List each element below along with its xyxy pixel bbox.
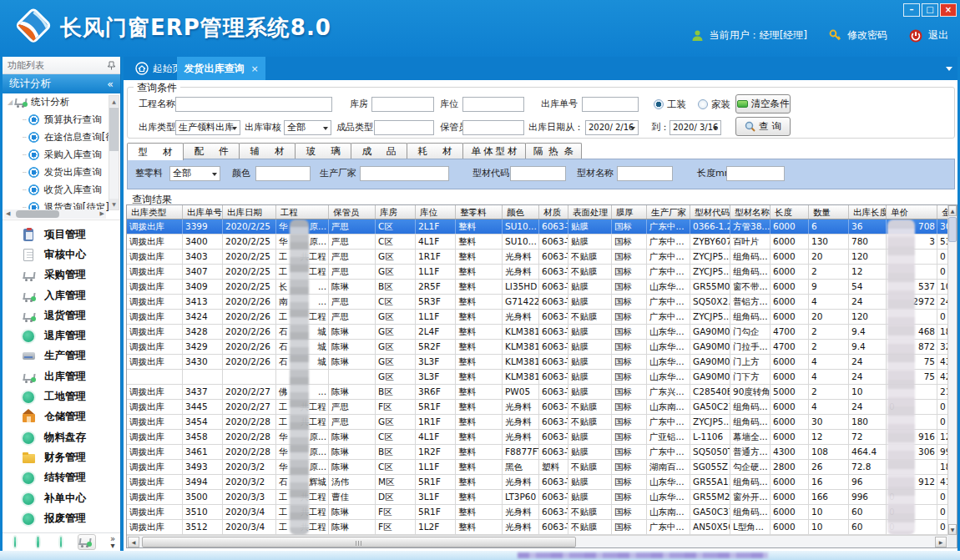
sidebar-item-green-circle[interactable]: 结转管理 xyxy=(3,468,120,488)
project-name-input[interactable] xyxy=(175,97,332,112)
column-header[interactable]: 数量 xyxy=(809,205,849,219)
grid-horizontal-scrollbar[interactable]: ◀▶ xyxy=(127,535,947,547)
sidebar-item-cart[interactable]: 采购管理 xyxy=(3,265,120,285)
minimize-button[interactable]: – xyxy=(903,3,920,17)
table-row[interactable]: 调拨出库34132020/2/26南...严思C区5R3F整料G71422606… xyxy=(127,295,947,310)
tree-vertical-scrollbar[interactable]: ▲▼ xyxy=(109,95,119,210)
sidebar-item-machine[interactable]: 生产管理 xyxy=(3,346,120,366)
column-header[interactable]: 型材代码 xyxy=(690,205,730,219)
column-header[interactable]: 材质 xyxy=(539,205,568,219)
column-header[interactable]: 出库长度 xyxy=(849,205,887,219)
date-from-picker[interactable]: 2020/ 2/16 xyxy=(585,120,639,135)
column-header[interactable]: 出库单号 xyxy=(183,205,223,219)
table-row[interactable]: 调拨出库34302020/2/26石城陈琳G区3L3F整料KLM38176063… xyxy=(127,355,947,370)
column-header[interactable]: 金额 xyxy=(937,205,947,219)
sidebar-item-clipboard[interactable]: 项目管理 xyxy=(3,225,120,245)
collapse-icon[interactable]: « xyxy=(107,78,114,90)
table-row[interactable]: 调拨出库34932020/3/2华原...陈琳C区1L1F整料黑色塑料不贴膜国标… xyxy=(127,460,947,475)
column-header[interactable]: 库位 xyxy=(416,205,456,219)
cart-button[interactable] xyxy=(78,534,96,550)
material-tab[interactable]: 型材 xyxy=(127,143,184,160)
clear-conditions-button[interactable]: 清空条件 xyxy=(735,94,791,114)
sidebar-section-header[interactable]: 统计分析 « xyxy=(3,74,120,93)
column-header[interactable]: 工程 xyxy=(276,205,329,219)
table-row[interactable]: 调拨出库34582020/2/28华原...陈琳C区4L1F整料光身料6063-… xyxy=(127,430,947,445)
table-row[interactable]: 调拨出库34002020/2/25华原...严思C区4L1F整料SU10...6… xyxy=(127,235,947,250)
search-button[interactable]: 查 询 xyxy=(735,117,791,136)
factory-input[interactable] xyxy=(360,166,449,181)
sidebar-item-green-circle[interactable]: 物料盘存 xyxy=(3,427,120,447)
sidebar-item-green-circle[interactable]: 退库管理 xyxy=(3,325,120,346)
audit-select[interactable]: 全部 xyxy=(284,120,331,135)
material-tab[interactable]: 成品 xyxy=(351,143,407,159)
table-row[interactable]: 调拨出库35122020/3/4工共工程陈琳F区1L2F整料光身料6063-T5… xyxy=(127,520,947,535)
material-tab[interactable]: 玻璃 xyxy=(295,143,351,159)
column-header[interactable]: 膜厚 xyxy=(612,205,647,219)
tab-list-caret-icon[interactable] xyxy=(946,67,952,71)
length-input[interactable] xyxy=(726,166,785,181)
material-tab[interactable]: 隔热条 xyxy=(525,143,582,159)
table-row[interactable]: 调拨出库34032020/2/25工共工程严思G区1R1F整料光身料6063-T… xyxy=(127,250,947,265)
tree-item[interactable]: ╌发货出库查询 xyxy=(3,164,120,181)
sidebar-item-warehouse[interactable]: 仓储管理 xyxy=(3,407,120,427)
table-row[interactable]: 调拨出库33992020/2/25华原...严思C区2L1F整料SU10...6… xyxy=(127,219,947,235)
column-header[interactable]: 保管员 xyxy=(329,205,376,219)
green-circle-icon[interactable] xyxy=(14,537,16,547)
change-password-link[interactable]: 修改密码 xyxy=(847,28,887,43)
date-to-picker[interactable]: 2020/ 3/16 xyxy=(669,120,721,135)
table-row[interactable]: 调拨出库34942020/3/2石辉城汤伟M区5R1F整料光身料6063-T5贴… xyxy=(127,475,947,490)
profile-name-input[interactable] xyxy=(617,166,673,181)
table-row[interactable]: 调拨出库34612020/2/28华原...陈琳B区1R2F整料F8877FT6… xyxy=(127,445,947,460)
location-input[interactable] xyxy=(462,97,524,112)
sidebar-item-green-circle[interactable]: 补单中心 xyxy=(3,488,120,508)
logout-link[interactable]: 退出 xyxy=(928,28,948,43)
tree-item[interactable]: ╌采购入库查询 xyxy=(3,146,120,164)
table-row[interactable]: 调拨出库34072020/2/25工工程严思G区1L1F整料光身料6063-T5… xyxy=(127,265,947,280)
column-header[interactable]: 单价 xyxy=(887,205,937,219)
tree-horizontal-scrollbar[interactable]: ◀▶ xyxy=(4,209,106,219)
tab-close-icon[interactable]: × xyxy=(250,63,258,74)
column-header[interactable]: 型材名称 xyxy=(730,205,771,219)
column-header[interactable]: 出库类型 xyxy=(127,205,183,219)
profile-code-input[interactable] xyxy=(510,166,566,181)
pin-icon[interactable] xyxy=(108,61,115,70)
radio-gongzhuang[interactable]: 工装 xyxy=(654,97,686,112)
column-header[interactable]: 颜色 xyxy=(503,205,539,219)
sidebar-item-document[interactable]: 审核中心 xyxy=(3,245,120,265)
overflow-button[interactable]: »▾ xyxy=(110,536,115,549)
table-row[interactable]: 调拨出库34242020/2/26工工程严思G区1L1F整料光身料6063-T5… xyxy=(127,310,947,325)
table-row[interactable]: G区3L3F整料KLM38176063-T5贴膜国标山东华...GA90M09.… xyxy=(127,370,947,385)
radio-jiazhuang[interactable]: 家装 xyxy=(698,97,730,112)
tree-item[interactable]: ╌在途信息查询[待 xyxy=(3,129,120,146)
whole-select[interactable]: 全部 xyxy=(169,166,220,181)
material-tab[interactable]: 单体型材 xyxy=(462,143,526,159)
column-header[interactable]: 生产厂家 xyxy=(647,205,690,219)
column-header[interactable]: 整零料 xyxy=(456,205,503,219)
green-circle-icon[interactable] xyxy=(60,537,62,547)
material-tab[interactable]: 辅材 xyxy=(239,143,296,159)
sidebar-item-cart-return[interactable]: 退货管理 xyxy=(3,305,120,325)
out-type-select[interactable]: 生产领料出库 xyxy=(175,120,240,135)
table-row[interactable]: 调拨出库34452020/2/27工共工程严思F区5R1F整料光身料6063-T… xyxy=(127,400,947,415)
column-header[interactable]: 库房 xyxy=(376,205,416,219)
material-tab[interactable]: 耗材 xyxy=(407,143,463,159)
green-circle-icon[interactable] xyxy=(37,537,38,547)
tree-item[interactable]: ╌收货入库查询 xyxy=(3,181,120,199)
maximize-button[interactable]: □ xyxy=(922,3,938,17)
sidebar-item-green-circle[interactable]: 工地管理 xyxy=(3,386,120,406)
table-row[interactable]: 调拨出库34282020/2/26石城陈琳G区2L4F整料KLM38176063… xyxy=(127,325,947,340)
column-header[interactable]: 表面处理 xyxy=(568,205,612,219)
material-tab[interactable]: 配件 xyxy=(183,143,240,159)
tree-item[interactable]: ╌预算执行查询 xyxy=(3,111,120,129)
warehouse-input[interactable] xyxy=(371,97,434,112)
expander-icon[interactable]: ◢ xyxy=(8,98,13,106)
table-row[interactable]: 调拨出库34542020/2/28工共工程严思G区1R1F整料光身料6063-T… xyxy=(127,415,947,430)
product-type-input[interactable] xyxy=(374,120,434,135)
grid-vertical-scrollbar[interactable]: ▲▼ xyxy=(947,205,957,535)
tree-root[interactable]: ◢统计分析 xyxy=(3,93,120,111)
tab-shipping-query[interactable]: 发货出库查询 × xyxy=(177,57,265,80)
table-row[interactable]: 调拨出库35102020/3/4工共工程陈琳F区5R1F整料光身料6063-T5… xyxy=(127,505,947,520)
table-row[interactable]: 调拨出库34092020/2/25长...陈琳B区2R5F整料LI35HD606… xyxy=(127,280,947,295)
sidebar-item-green-circle[interactable]: 报废管理 xyxy=(3,508,120,528)
sidebar-item-cart-in[interactable]: 入库管理 xyxy=(3,285,120,305)
